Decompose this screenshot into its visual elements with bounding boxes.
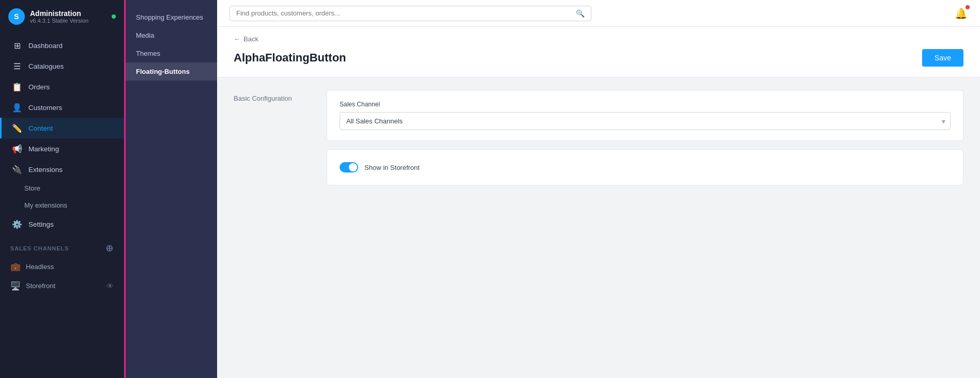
back-arrow-icon: ← <box>234 35 240 43</box>
sidebar-item-content[interactable]: ✏️ Content <box>0 118 124 138</box>
sidebar-item-marketing[interactable]: 📢 Marketing <box>0 138 124 159</box>
orders-icon: 📋 <box>12 82 22 92</box>
basic-config-label: Basic Configuration <box>234 94 292 102</box>
sidebar-item-extensions[interactable]: 🔌 Extensions <box>0 159 124 180</box>
storefront-icon: 🖥️ <box>10 281 21 291</box>
sidebar-item-label: Content <box>28 124 53 132</box>
save-button[interactable]: Save <box>922 49 963 67</box>
sales-channels-section: Sales Channels ⊕ <box>0 234 124 257</box>
sidebar-item-settings[interactable]: ⚙️ Settings <box>0 214 124 234</box>
main-wrapper: 🔍 🔔 ← Back AlphaFloatingButton Save Basi… <box>217 0 980 378</box>
sidebar-item-customers[interactable]: 👤 Customers <box>0 97 124 118</box>
sidebar-item-label: Settings <box>28 220 54 228</box>
sidebar-item-label: Orders <box>28 83 50 91</box>
back-button[interactable]: ← Back <box>234 35 963 43</box>
storefront-card: Show in Storefront <box>327 149 963 185</box>
sidebar-item-my-extensions[interactable]: My extensions <box>0 197 124 214</box>
submenu-item-shopping-experiences[interactable]: Shopping Experiences <box>126 8 217 26</box>
dashboard-icon: ⊞ <box>12 40 22 51</box>
notifications-button[interactable]: 🔔 <box>955 7 968 20</box>
status-dot <box>112 14 116 19</box>
sidebar-item-label: Marketing <box>28 145 59 153</box>
toggle-knob <box>349 163 357 171</box>
headless-icon: 💼 <box>10 262 21 272</box>
sidebar-item-headless[interactable]: 💼 Headless <box>0 257 124 276</box>
app-title: Administration <box>30 9 106 18</box>
notification-badge <box>966 5 970 9</box>
sidebar-nav: ⊞ Dashboard ☰ Catalogues 📋 Orders 👤 Cust… <box>0 31 124 378</box>
config-panels: Sales Channel All Sales Channels ▾ <box>327 90 963 185</box>
content-area: ← Back AlphaFloatingButton Save Basic Co… <box>217 27 980 378</box>
sidebar-item-dashboard[interactable]: ⊞ Dashboard <box>0 35 124 56</box>
sidebar-item-label: Extensions <box>28 166 63 174</box>
submenu-item-media[interactable]: Media <box>126 26 217 44</box>
show-in-storefront-toggle[interactable] <box>340 162 358 172</box>
sales-channel-field-label: Sales Channel <box>340 101 951 108</box>
store-label: Store <box>24 184 40 192</box>
app-version: v6.4.3.1 Stable Version <box>30 18 106 24</box>
add-channel-icon[interactable]: ⊕ <box>105 243 114 254</box>
bell-icon: 🔔 <box>955 8 968 19</box>
page-body: Basic Configuration Sales Channel All Sa… <box>217 77 980 198</box>
search-icon: 🔍 <box>576 9 585 18</box>
sidebar: S Administration v6.4.3.1 Stable Version… <box>0 0 124 378</box>
submenu-item-themes[interactable]: Themes <box>126 44 217 62</box>
page-title: AlphaFloatingButton <box>234 51 346 65</box>
page-header: ← Back AlphaFloatingButton Save <box>217 27 980 77</box>
search-input[interactable] <box>236 9 572 17</box>
sidebar-item-orders[interactable]: 📋 Orders <box>0 76 124 97</box>
marketing-icon: 📢 <box>12 144 22 154</box>
sales-channel-card: Sales Channel All Sales Channels ▾ <box>327 90 963 141</box>
catalogues-icon: ☰ <box>12 61 22 71</box>
search-box[interactable]: 🔍 <box>229 6 591 21</box>
sidebar-item-label: Catalogues <box>28 62 64 70</box>
sidebar-item-label: Dashboard <box>28 42 63 50</box>
storefront-eye-icon: 👁 <box>106 282 114 290</box>
settings-icon: ⚙️ <box>12 219 22 229</box>
sidebar-item-catalogues[interactable]: ☰ Catalogues <box>0 56 124 76</box>
sales-channel-select[interactable]: All Sales Channels <box>340 112 951 130</box>
my-extensions-label: My extensions <box>24 201 67 209</box>
extensions-icon: 🔌 <box>12 164 22 175</box>
submenu-panel: Shopping Experiences Media Themes Floati… <box>124 0 217 378</box>
customers-icon: 👤 <box>12 102 22 113</box>
sidebar-item-store[interactable]: Store <box>0 180 124 197</box>
submenu-item-floating-buttons[interactable]: Floating-Buttons <box>126 62 217 81</box>
app-logo: S <box>8 8 25 25</box>
topbar: 🔍 🔔 <box>217 0 980 27</box>
content-icon: ✏️ <box>12 123 22 133</box>
sidebar-header: S Administration v6.4.3.1 Stable Version <box>0 0 124 31</box>
sidebar-item-label: Customers <box>28 104 62 112</box>
toggle-label: Show in Storefront <box>364 164 420 171</box>
sidebar-item-storefront[interactable]: 🖥️ Storefront 👁 <box>0 276 124 295</box>
